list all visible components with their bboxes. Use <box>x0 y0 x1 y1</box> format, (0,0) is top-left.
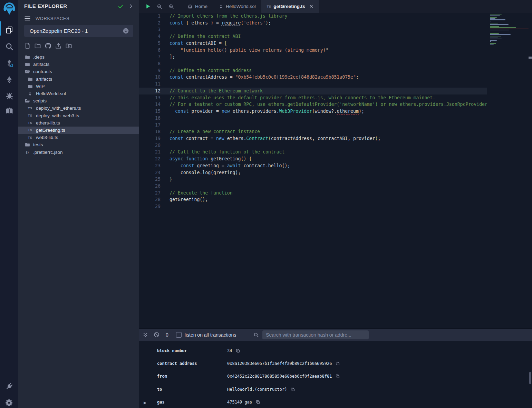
tree-item-.deps[interactable]: .deps <box>18 53 139 61</box>
code-line-29[interactable]: 29 <box>139 203 487 210</box>
tab-getgreeting.ts[interactable]: TSgetGreeting.ts <box>261 0 319 13</box>
tree-item-label: artifacts <box>36 77 52 82</box>
upload-file-icon[interactable] <box>55 42 62 49</box>
collapse-terminal-icon[interactable] <box>143 332 148 338</box>
new-file-icon[interactable] <box>24 42 31 49</box>
code-line-20[interactable]: 20 <box>139 142 487 149</box>
transaction-search-input[interactable] <box>262 330 369 339</box>
code-line-11[interactable]: 11 <box>139 81 487 88</box>
terminal-scrollbar-thumb[interactable] <box>529 372 531 384</box>
code-line-7[interactable]: 7]; <box>139 53 487 60</box>
code-editor[interactable]: 1// Import ethers from the ethers.js lib… <box>139 13 532 328</box>
workspaces-menu-icon[interactable] <box>24 15 31 22</box>
code-text: const { ethers } = require('ethers'); <box>161 20 271 27</box>
code-text: const contractABI = [ <box>161 40 227 47</box>
activity-deploy-run-icon[interactable] <box>0 74 18 85</box>
tree-item-label: web3-lib.ts <box>36 135 58 140</box>
code-line-28[interactable]: 28getGreeting(); <box>139 196 487 203</box>
tree-item-contracts[interactable]: contracts <box>18 68 139 75</box>
remix-logo-icon[interactable] <box>0 1 18 17</box>
code-line-2[interactable]: 2const { ethers } = require('ethers'); <box>139 20 487 27</box>
tab-helloworld.sol[interactable]: HelloWorld.sol <box>213 0 261 13</box>
tree-item-artifacts[interactable]: artifacts <box>18 61 139 68</box>
panel-title: FILE EXPLORER <box>24 3 67 9</box>
code-line-6[interactable]: 6 "function hello() public view returns … <box>139 47 487 54</box>
tree-item-label: HelloWorld.sol <box>36 91 66 96</box>
code-text: // For a testnet or custom RPC, use ethe… <box>161 101 487 108</box>
copy-icon[interactable] <box>335 374 340 379</box>
code-line-1[interactable]: 1// Import ethers from the ethers.js lib… <box>139 13 487 20</box>
code-line-27[interactable]: 27// Execute the function <box>139 190 487 197</box>
minimap[interactable] <box>490 14 529 47</box>
tree-item-wip[interactable]: WIP <box>18 83 139 90</box>
tree-item-web3-lib.ts[interactable]: TSweb3-lib.ts <box>18 134 139 141</box>
code-line-8[interactable]: 8 <box>139 60 487 67</box>
code-line-23[interactable]: 23 const greeting = await contract.hello… <box>139 162 487 169</box>
tree-item-getgreeting.ts[interactable]: TSgetGreeting.ts <box>18 127 139 134</box>
chevron-right-icon[interactable] <box>128 3 134 9</box>
tree-item-scripts[interactable]: scripts <box>18 97 139 105</box>
tree-item-ethers-lib.ts[interactable]: TSethers-lib.ts <box>18 119 139 127</box>
new-folder-icon[interactable] <box>34 42 41 49</box>
code-line-24[interactable]: 24 console.log(greeting); <box>139 169 487 176</box>
line-number: 15 <box>139 108 161 115</box>
run-script-button[interactable] <box>142 0 154 13</box>
code-line-25[interactable]: 25} <box>139 176 487 183</box>
terminal-row-key: block number <box>157 348 227 353</box>
tabs: HomeHelloWorld.solTSgetGreeting.ts <box>182 0 319 13</box>
line-number: 26 <box>139 183 161 190</box>
code-line-21[interactable]: 21// Call the hello function of the cont… <box>139 149 487 156</box>
line-number: 19 <box>139 135 161 142</box>
json-icon: {} <box>24 150 30 154</box>
code-line-12[interactable]: 12// Connect to the Ethereum network <box>139 88 487 94</box>
activity-plugin-manager-icon[interactable] <box>0 381 18 392</box>
terminal-row-key: from <box>157 374 227 379</box>
code-line-18[interactable]: 18// Create a new contract instance <box>139 128 487 135</box>
code-line-17[interactable]: 17 <box>139 122 487 129</box>
listen-all-transactions-checkbox[interactable] <box>176 332 182 338</box>
activity-search-icon[interactable] <box>0 41 18 52</box>
code-line-26[interactable]: 26 <box>139 183 487 190</box>
code-line-22[interactable]: 22async function getGreeting() { <box>139 156 487 162</box>
tree-item-deploy_with_ethers.ts[interactable]: TSdeploy_with_ethers.ts <box>18 105 139 112</box>
terminal-row-key: to <box>157 387 227 392</box>
tree-item-.prettierrc.json[interactable]: {}.prettierrc.json <box>18 148 139 156</box>
line-number: 16 <box>139 115 161 122</box>
close-tab-icon[interactable] <box>309 4 313 9</box>
code-line-14[interactable]: 14// For a testnet or custom RPC, use et… <box>139 101 487 108</box>
activity-debugger-icon[interactable] <box>0 90 18 101</box>
copy-icon[interactable] <box>255 400 260 405</box>
code-line-4[interactable]: 4// Define the contract ABI <box>139 33 487 40</box>
ts-icon: TS <box>27 136 33 139</box>
tree-item-helloworld.sol[interactable]: HelloWorld.sol <box>18 90 139 97</box>
copy-icon[interactable] <box>335 361 340 366</box>
code-line-13[interactable]: 13// This example uses the default provi… <box>139 94 487 101</box>
upload-folder-icon[interactable] <box>65 42 72 49</box>
activity-solidity-compiler-icon[interactable] <box>0 58 18 69</box>
copy-icon[interactable] <box>235 348 240 353</box>
code-line-16[interactable]: 16 <box>139 115 487 122</box>
tree-item-deploy_with_web3.ts[interactable]: TSdeploy_with_web3.ts <box>18 112 139 119</box>
code-line-9[interactable]: 9// Define the contract address <box>139 67 487 74</box>
activity-settings-icon[interactable] <box>0 397 18 408</box>
scrollbar-marker[interactable] <box>529 57 532 59</box>
tree-item-tests[interactable]: tests <box>18 141 139 148</box>
tab-home[interactable]: Home <box>182 0 213 13</box>
terminal-row-key: gas <box>157 400 227 405</box>
activity-file-explorer-icon[interactable] <box>0 24 18 36</box>
line-number: 13 <box>139 94 161 101</box>
code-line-5[interactable]: 5const contractABI = [ <box>139 40 487 47</box>
code-line-10[interactable]: 10const contractAddress = "0xb54febb5c0c… <box>139 74 487 81</box>
github-icon[interactable] <box>45 42 51 49</box>
zoom-out-icon[interactable] <box>154 0 165 13</box>
code-line-15[interactable]: 15 const provider = new ethers.providers… <box>139 108 487 115</box>
activity-learn-icon[interactable] <box>0 106 18 117</box>
code-line-3[interactable]: 3 <box>139 26 487 33</box>
terminal-prompt[interactable]: > <box>143 400 146 406</box>
code-line-19[interactable]: 19const contract = new ethers.Contract(c… <box>139 135 487 142</box>
tree-item-artifacts[interactable]: artifacts <box>18 76 139 83</box>
zoom-in-icon[interactable] <box>165 0 177 13</box>
copy-icon[interactable] <box>290 387 295 392</box>
workspace-dropdown[interactable]: OpenZeppelin ERC20 - 1 <box>24 25 133 37</box>
clear-console-icon[interactable] <box>154 332 159 338</box>
